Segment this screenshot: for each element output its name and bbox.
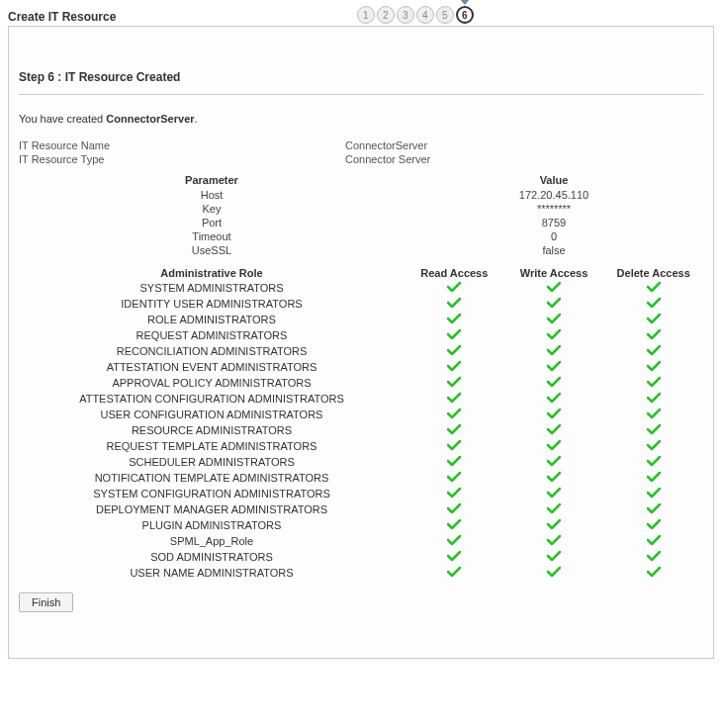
table-row: ROLE ADMINISTRATORS <box>19 312 703 327</box>
role-name: SPML_App_Role <box>19 535 405 547</box>
checkmark-icon <box>547 423 561 435</box>
wizard-step-3[interactable]: 3 <box>397 6 414 24</box>
role-write-access <box>504 471 604 485</box>
checkmark-icon <box>547 297 561 309</box>
checkmark-icon <box>547 408 561 419</box>
checkmark-icon <box>547 455 561 467</box>
role-name: SYSTEM CONFIGURATION ADMINISTRATORS <box>19 488 405 500</box>
role-write-access <box>504 360 604 374</box>
checkmark-icon <box>547 313 561 324</box>
role-delete-access <box>603 566 703 580</box>
table-row: APPROVAL POLICY ADMINISTRATORS <box>19 375 703 391</box>
wizard-step-5[interactable]: 5 <box>436 6 454 24</box>
role-write-access <box>504 439 604 453</box>
info-row: IT Resource TypeConnector Server <box>19 152 703 166</box>
role-write-access <box>504 408 604 421</box>
params-row: Port8759 <box>19 216 703 229</box>
table-row: SCHEDULER ADMINISTRATORS <box>19 454 703 470</box>
table-row: ATTESTATION CONFIGURATION ADMINISTRATORS <box>19 391 703 407</box>
table-row: SYSTEM CONFIGURATION ADMINISTRATORS <box>19 486 703 501</box>
role-name: NOTIFICATION TEMPLATE ADMINISTRATORS <box>19 472 405 484</box>
role-write-access <box>504 534 604 548</box>
role-read-access <box>405 471 504 485</box>
param-name: Timeout <box>19 230 405 242</box>
role-write-access <box>504 550 604 564</box>
role-write-access <box>504 313 604 326</box>
role-delete-access <box>603 297 703 311</box>
checkmark-icon <box>447 550 461 562</box>
role-read-access <box>405 360 504 374</box>
wizard-step-1[interactable]: 1 <box>357 6 375 24</box>
checkmark-icon <box>447 313 461 324</box>
wizard-step-2[interactable]: 2 <box>377 6 395 24</box>
checkmark-icon <box>547 360 561 372</box>
params-header-value: Value <box>405 174 703 186</box>
wizard-step-4[interactable]: 4 <box>416 6 434 24</box>
checkmark-icon <box>547 534 561 546</box>
checkmark-icon <box>447 439 461 451</box>
role-name: SCHEDULER ADMINISTRATORS <box>19 456 405 468</box>
table-row: DEPLOYMENT MANAGER ADMINISTRATORS <box>19 501 703 517</box>
table-row: RESOURCE ADMINISTRATORS <box>19 422 703 438</box>
table-row: IDENTITY USER ADMINISTRATORS <box>19 296 703 312</box>
table-row: ATTESTATION EVENT ADMINISTRATORS <box>19 359 703 375</box>
checkmark-icon <box>447 344 461 356</box>
current-step-indicator-icon <box>460 0 470 5</box>
checkmark-icon <box>647 376 661 388</box>
table-row: PLUGIN ADMINISTRATORS <box>19 517 703 533</box>
role-delete-access <box>603 550 703 564</box>
role-delete-access <box>603 328 703 342</box>
checkmark-icon <box>647 518 661 530</box>
role-name: REQUEST ADMINISTRATORS <box>19 329 405 341</box>
checkmark-icon <box>647 502 661 514</box>
checkmark-icon <box>447 534 461 546</box>
role-name: RESOURCE ADMINISTRATORS <box>19 424 405 436</box>
table-row: RECONCILIATION ADMINISTRATORS <box>19 343 703 359</box>
role-delete-access <box>603 392 703 406</box>
wizard-step-6[interactable]: 6 <box>456 6 474 24</box>
info-label: IT Resource Type <box>19 152 345 166</box>
role-name: ATTESTATION EVENT ADMINISTRATORS <box>19 361 405 373</box>
role-read-access <box>405 297 504 311</box>
role-name: ROLE ADMINISTRATORS <box>19 314 405 325</box>
checkmark-icon <box>647 281 661 293</box>
roles-header-read: Read Access <box>405 267 504 279</box>
role-write-access <box>504 566 604 580</box>
checkmark-icon <box>447 281 461 293</box>
role-read-access <box>405 502 504 516</box>
role-delete-access <box>603 487 703 500</box>
table-row: USER CONFIGURATION ADMINISTRATORS <box>19 407 703 422</box>
checkmark-icon <box>647 360 661 372</box>
checkmark-icon <box>647 328 661 340</box>
role-name: IDENTITY USER ADMINISTRATORS <box>19 298 405 310</box>
param-value: 0 <box>405 230 703 242</box>
role-delete-access <box>603 423 703 437</box>
role-read-access <box>405 392 504 406</box>
checkmark-icon <box>447 502 461 514</box>
role-delete-access <box>603 471 703 485</box>
checkmark-icon <box>547 550 561 562</box>
role-read-access <box>405 281 504 295</box>
param-name: Key <box>19 203 405 215</box>
role-read-access <box>405 439 504 453</box>
role-write-access <box>504 455 604 469</box>
finish-button[interactable]: Finish <box>19 592 73 612</box>
param-value: 172.20.45.110 <box>405 189 703 201</box>
role-delete-access <box>603 281 703 295</box>
checkmark-icon <box>547 518 561 530</box>
role-name: USER CONFIGURATION ADMINISTRATORS <box>19 409 405 420</box>
checkmark-icon <box>647 313 661 324</box>
checkmark-icon <box>547 392 561 404</box>
role-write-access <box>504 376 604 390</box>
role-name: APPROVAL POLICY ADMINISTRATORS <box>19 377 405 389</box>
role-write-access <box>504 297 604 311</box>
checkmark-icon <box>447 455 461 467</box>
role-read-access <box>405 313 504 326</box>
checkmark-icon <box>547 344 561 356</box>
checkmark-icon <box>547 376 561 388</box>
role-write-access <box>504 487 604 500</box>
checkmark-icon <box>547 502 561 514</box>
param-value: ******** <box>405 203 703 215</box>
checkmark-icon <box>647 344 661 356</box>
roles-header-name: Administrative Role <box>19 267 405 279</box>
